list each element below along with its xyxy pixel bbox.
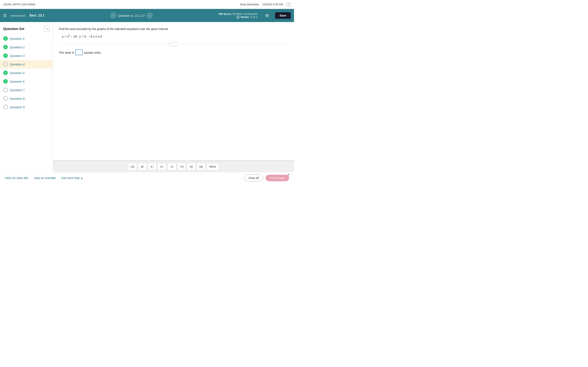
bottom-bar: Help me solve this View an example Get m… — [0, 172, 294, 184]
divider: · · · — [59, 42, 288, 46]
sidebar-item-question-1[interactable]: Question 1 — [0, 34, 53, 43]
divider-line-right — [180, 44, 288, 44]
answer-prefix: The area is — [59, 51, 74, 54]
next-question-button[interactable]: › — [147, 13, 153, 18]
points-value: 0 of 1 — [251, 16, 258, 18]
top-bar-right: Jhoel Quimbaila 12/05/22 4:53 PM ? — [240, 2, 291, 7]
more-math-button[interactable]: More — [207, 163, 219, 170]
final-check-button[interactable]: Final check — [266, 175, 289, 181]
help-solve-link[interactable]: Help me solve this — [5, 176, 28, 180]
bottom-bar-right: Clear all Final check — [244, 175, 289, 182]
question-label-1: Question 1 — [10, 37, 25, 40]
math-btn-nth-root[interactable]: ⁿ√x — [177, 163, 186, 170]
score-info: HW Score: 55.56%, 5 of 9 points Points: … — [218, 12, 258, 18]
question-label: Question 4, 13.1.17 — [118, 14, 145, 17]
user-name: Jhoel Quimbaila — [240, 3, 259, 6]
question-status-icon-5 — [3, 71, 8, 75]
course-code: 2022FL MATH-1325-50002 — [3, 3, 35, 6]
top-bar: 2022FL MATH-1325-50002 Jhoel Quimbaila 1… — [0, 0, 294, 9]
sidebar-item-question-5[interactable]: Question 5 — [0, 68, 53, 77]
math-toolbar-wrapper: x/y⊞x□x□√xⁿ√x|x|(a)More ✕ — [53, 160, 294, 172]
sidebar-item-question-7[interactable]: Question 7 — [0, 86, 53, 94]
question-status-icon-8 — [3, 96, 8, 101]
divider-dots[interactable]: · · · — [169, 42, 179, 46]
prev-question-button[interactable]: ‹ — [110, 13, 116, 18]
sidebar-item-question-9[interactable]: Question 9 — [0, 103, 53, 111]
nav-bar: ☰ Homework: Sect. 13.1 ‹ Question 4, 13.… — [0, 9, 294, 22]
math-btn-absolute-value[interactable]: |x| — [187, 163, 196, 170]
more-help-link[interactable]: Get more help ▲ — [61, 176, 83, 180]
clear-all-button[interactable]: Clear all — [244, 175, 263, 182]
sidebar-header: Question list ⊣ — [0, 25, 53, 34]
points-circle-icon — [237, 16, 240, 18]
sidebar-item-question-4[interactable]: Question 4 — [0, 60, 53, 68]
points-row: Points: 0 of 1 — [237, 16, 258, 18]
content-wrapper: Find the area bounded by the graphs of t… — [53, 22, 294, 172]
datetime: 12/05/22 4:53 PM — [262, 3, 283, 6]
hamburger-icon[interactable]: ☰ — [3, 13, 7, 18]
divider-line-left — [59, 44, 167, 44]
question-status-icon-3 — [3, 53, 8, 58]
question-status-icon-7 — [3, 88, 8, 92]
math-toolbar: x/y⊞x□x□√xⁿ√x|x|(a)More — [53, 161, 294, 172]
question-label-4: Question 4 — [10, 63, 25, 66]
save-button[interactable]: Save — [275, 12, 291, 19]
question-nav: ‹ Question 4, 13.1.17 › — [110, 13, 153, 18]
view-example-link[interactable]: View an example — [34, 176, 56, 180]
question-status-icon-2 — [3, 45, 8, 49]
math-btn-square-root[interactable]: √x — [167, 163, 176, 170]
math-btn-parentheses[interactable]: (a) — [197, 163, 206, 170]
hw-score: HW Score: 55.56%, 5 of 9 points — [218, 12, 258, 16]
answer-input[interactable] — [75, 50, 83, 55]
question-status-icon-6 — [3, 79, 8, 83]
question-status-icon-4 — [3, 62, 8, 67]
answer-suffix: square units. — [84, 51, 102, 54]
sidebar-item-question-6[interactable]: Question 6 — [0, 77, 53, 86]
problem-instruction: Find the area bounded by the graphs of t… — [59, 27, 288, 31]
close-toolbar-button[interactable]: ✕ — [286, 172, 291, 177]
question-label-8: Question 8 — [10, 97, 25, 100]
sidebar-item-question-3[interactable]: Question 3 — [0, 51, 53, 60]
sidebar-title: Question list — [3, 27, 24, 31]
math-btn-superscript[interactable]: x□ — [148, 163, 156, 170]
question-status-icon-9 — [3, 105, 8, 109]
question-status-icon-1 — [3, 36, 8, 41]
sidebar-item-question-8[interactable]: Question 8 — [0, 94, 53, 103]
question-label-9: Question 9 — [10, 105, 25, 109]
question-label-5: Question 5 — [10, 71, 25, 75]
question-label-6: Question 6 — [10, 80, 25, 83]
hw-score-label: HW Score: — [218, 12, 232, 16]
bottom-bar-left: Help me solve this View an example Get m… — [5, 176, 83, 180]
hw-score-value: 55.56%, 5 of 9 points — [233, 12, 258, 16]
math-btn-matrix[interactable]: ⊞ — [138, 163, 147, 170]
content-area: Find the area bounded by the graphs of t… — [53, 22, 294, 160]
question-list: Question 1Question 2Question 3Question 4… — [0, 34, 53, 111]
points-label: Points: — [241, 16, 250, 18]
equation-block: y = x2 − 19; y = 0; −3 ≤ x ≤ 0 — [59, 34, 288, 38]
question-label-7: Question 7 — [10, 88, 25, 92]
sidebar: Question list ⊣ Question 1Question 2Ques… — [0, 22, 53, 172]
homework-prefix: Homework: — [11, 14, 26, 17]
main-layout: Question list ⊣ Question 1Question 2Ques… — [0, 22, 294, 172]
homework-title: Sect. 13.1 — [29, 14, 44, 17]
sidebar-collapse-button[interactable]: ⊣ — [44, 26, 50, 32]
answer-row: The area is square units. — [59, 50, 288, 55]
question-label-3: Question 3 — [10, 54, 25, 58]
settings-icon[interactable]: ⚙ — [264, 12, 270, 18]
help-icon[interactable]: ? — [286, 2, 291, 7]
question-label-2: Question 2 — [10, 45, 25, 49]
sidebar-item-question-2[interactable]: Question 2 — [0, 43, 53, 51]
math-btn-subscript[interactable]: x□ — [157, 163, 166, 170]
math-btn-fraction[interactable]: x/y — [128, 163, 137, 170]
